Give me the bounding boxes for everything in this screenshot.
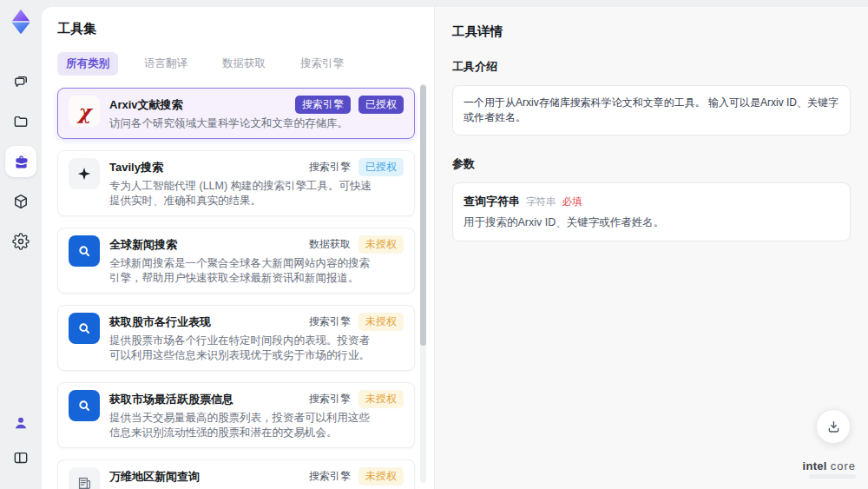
sidebar-item-packages[interactable] [5,186,36,217]
tool-list-panel: 工具集 所有类别 语言翻译 数据获取 搜索引擎 χ Arxiv文献搜索 搜索引擎… [42,7,434,489]
category-label: 数据获取 [309,237,351,252]
app-window: 工具集 所有类别 语言翻译 数据获取 搜索引擎 χ Arxiv文献搜索 搜索引擎… [0,0,868,489]
status-badge: 未授权 [358,235,404,254]
sidebar-item-tools[interactable] [5,146,36,177]
download-button[interactable] [816,409,851,444]
newspaper-icon [69,467,100,489]
toolbox-icon [12,153,30,171]
arxiv-logo-icon: χ [69,96,100,127]
tool-card-active-stocks[interactable]: 获取市场最活跃股票信息 搜索引擎 未授权 提供当天交易量最高的股票列表，投资者可… [57,382,415,448]
tool-list: χ Arxiv文献搜索 搜索引擎 已授权 访问各个研究领域大量科学论文和文章的存… [57,88,415,489]
parameter-required-badge: 必填 [562,195,582,208]
status-badge: 已授权 [358,96,404,114]
status-badge: 未授权 [358,313,404,331]
sidebar-collapse-button[interactable] [5,442,36,473]
tab-all-categories[interactable]: 所有类别 [57,52,118,76]
intro-heading: 工具介绍 [452,59,851,75]
intel-core-logo: intel core [803,460,856,479]
tab-search-engine[interactable]: 搜索引擎 [292,52,352,76]
sidebar-item-files[interactable] [5,106,36,137]
sidebar-item-account[interactable] [5,407,36,439]
list-scrollbar-track [420,83,426,483]
parameter-description: 用于搜索的Arxiv ID、关键字或作者姓名。 [464,215,839,230]
tool-card-arxiv[interactable]: χ Arxiv文献搜索 搜索引擎 已授权 访问各个研究领域大量科学论文和文章的存… [57,88,415,139]
tool-name: 获取股市各行业表现 [109,314,211,330]
tool-intro-text: 一个用于从Arxiv存储库搜索科学论文和文章的工具。 输入可以是Arxiv ID… [464,96,838,123]
search-app-icon [69,390,100,421]
tool-name: 万维地区新闻查询 [109,469,200,485]
category-label: 搜索引擎 [309,469,351,484]
download-icon [825,419,842,435]
params-heading: 参数 [452,156,851,172]
category-tabs: 所有类别 语言翻译 数据获取 搜索引擎 [57,52,415,76]
tool-card-tavily[interactable]: Tavily搜索 搜索引擎 已授权 专为人工智能代理 (LLM) 构建的搜索引擎… [57,150,415,216]
tab-data-fetch[interactable]: 数据获取 [214,52,274,76]
tool-description: 全球新闻搜索是一个聚合全球各大新闻网站内容的搜索引擎，帮助用户快速获取全球最新资… [109,256,374,286]
tool-card-regional-news[interactable]: 万维地区新闻查询 搜索引擎 未授权 查询具体行政区划内的新闻，快速了解各地新闻动 [57,459,415,489]
detail-title: 工具详情 [452,23,851,40]
category-label: 搜索引擎 [309,160,351,175]
tool-intro-box: 一个用于从Arxiv存储库搜索科学论文和文章的工具。 输入可以是Arxiv ID… [452,85,851,135]
tool-description: 访问各个研究领域大量科学论文和文章的存储库。 [109,116,374,131]
category-badge: 搜索引擎 [295,96,351,114]
package-icon [12,193,30,210]
star-icon [69,158,100,189]
status-badge: 未授权 [358,390,404,408]
diamond-logo-icon [6,7,36,36]
chat-icon [12,73,30,90]
list-scrollbar-thumb[interactable] [420,85,426,346]
tool-name: 获取市场最活跃股票信息 [109,392,233,407]
app-logo [6,7,36,36]
user-avatar-icon [12,414,30,432]
core-logo-text: core [831,459,856,472]
tool-description: 专为人工智能代理 (LLM) 构建的搜索引擎工具。可快速提供实时、准确和真实的结… [109,179,374,208]
tool-name: Arxiv文献搜索 [109,97,183,113]
tool-detail-panel: 工具详情 工具介绍 一个用于从Arxiv存储库搜索科学论文和文章的工具。 输入可… [434,7,868,489]
status-badge: 已授权 [358,158,404,176]
status-badge: 未授权 [358,467,404,486]
panel-toggle-icon [12,449,30,466]
settings-icon [12,233,30,250]
parameter-card: 查询字符串 字符串 必填 用于搜索的Arxiv ID、关键字或作者姓名。 [452,182,851,241]
page-title: 工具集 [57,21,415,37]
tab-language-translation[interactable]: 语言翻译 [135,52,196,76]
search-app-icon [69,313,100,344]
tool-description: 提供股票市场各个行业在特定时间段内的表现。投资者可以利用这些信息来识别表现优于或… [109,334,374,363]
sidebar-rail [0,0,42,489]
tool-name: 全球新闻搜索 [109,237,177,253]
parameter-name: 查询字符串 [464,194,520,209]
intel-logo-underline [809,474,856,479]
search-app-icon [69,235,100,267]
tool-card-global-news[interactable]: 全球新闻搜索 数据获取 未授权 全球新闻搜索是一个聚合全球各大新闻网站内容的搜索… [57,228,415,294]
intel-logo-text: intel [803,459,827,472]
tool-name: Tavily搜索 [109,160,163,175]
folder-icon [12,113,30,130]
category-label: 搜索引擎 [309,314,351,329]
category-label: 搜索引擎 [309,392,351,406]
parameter-type: 字符串 [526,195,556,208]
sidebar-item-settings[interactable] [5,226,36,257]
sidebar-item-chat[interactable] [5,66,36,97]
tool-description: 提供当天交易量最高的股票列表，投资者可以利用这些信息来识别流动性强的股票和潜在的… [109,411,374,440]
tool-card-sector-performance[interactable]: 获取股市各行业表现 搜索引擎 未授权 提供股票市场各个行业在特定时间段内的表现。… [57,305,415,371]
